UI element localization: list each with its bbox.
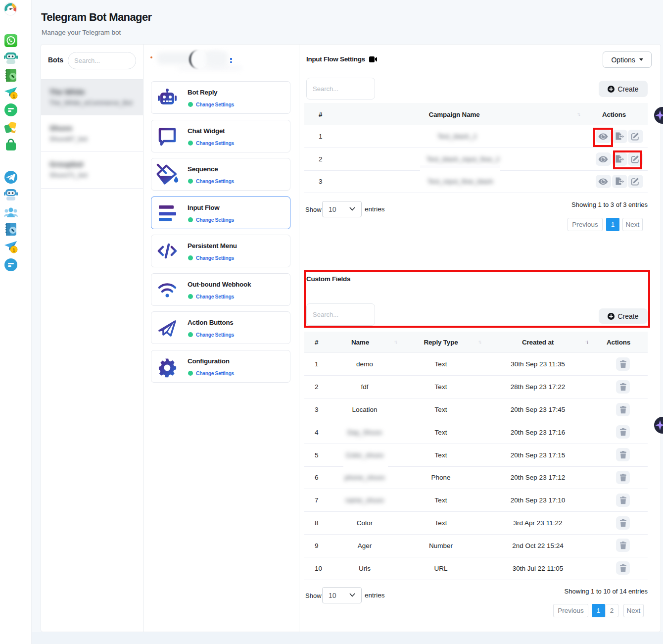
svg-text:1: 1 — [12, 248, 15, 252]
svg-text:1: 1 — [12, 94, 15, 99]
